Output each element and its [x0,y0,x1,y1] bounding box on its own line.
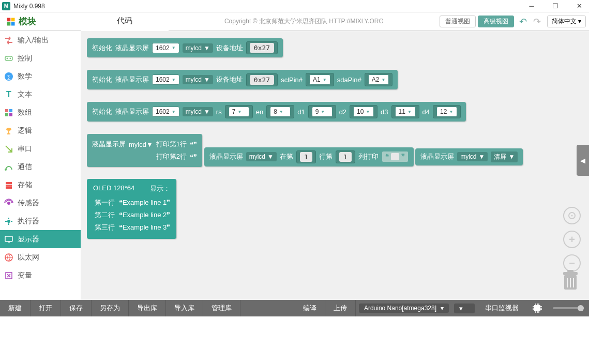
brightness-slider[interactable] [553,307,584,309]
import-button[interactable]: 导入库 [166,300,203,316]
sidebar-item-logic[interactable]: 逻辑 [0,122,81,140]
sidebar-item-storage[interactable]: 存储 [0,176,81,194]
text-icon: T [4,90,13,99]
language-select[interactable]: 简体中文 ▾ [547,16,586,27]
maximize-button[interactable]: ☐ [552,3,559,10]
oled-line3-slot[interactable]: ❝Example line 3❞ [119,223,170,231]
lcd-type-select[interactable]: 1602▼ [152,107,179,117]
line1-slot[interactable]: ❝❞ [190,141,197,148]
sidebar-item-sensor[interactable]: 传感器 [0,194,81,212]
display-icon [4,235,13,244]
sidebar-item-io[interactable]: 输入/输出 [0,31,81,49]
rs-slot[interactable]: 7▼ [225,105,253,118]
lcd-init-i2c-block[interactable]: 初始化 液晶显示屏 1602▼ mylcd▼ 设备地址 0x27 [87,38,283,57]
compile-button[interactable]: 编译 [295,300,325,316]
center-button[interactable] [563,207,581,224]
lcd-name-select[interactable]: mylcd▼ [246,152,277,161]
zoom-in-button[interactable]: + [563,231,581,248]
scl-slot[interactable]: A1▼ [306,73,334,86]
d4-slot[interactable]: 12▼ [433,105,461,118]
sidebar-item-comm[interactable]: 通信 [0,158,81,176]
svg-rect-1 [11,18,15,21]
lcd-name-select[interactable]: mylcd▼ [183,43,213,53]
lcd-type-select[interactable]: 1602▼ [152,74,179,85]
saveas-button[interactable]: 另存为 [92,300,129,316]
chip-icon [531,302,543,314]
sidebar-item-array[interactable]: 数组 [0,103,81,122]
oled-line1-slot[interactable]: ❝Example line 1❞ [119,199,170,206]
close-button[interactable]: ✕ [576,3,583,10]
undo-button[interactable]: ↶ [519,16,527,27]
d3-slot[interactable]: 11▼ [391,105,419,118]
lcd-name-select[interactable]: mylcd▼ [183,107,213,116]
sda-slot[interactable]: A2▼ [365,73,393,86]
redo-button[interactable]: ↷ [533,16,541,27]
lcd-clear-select[interactable]: 清屏▼ [491,151,518,162]
sidebar-item-control[interactable]: 控制 [0,49,81,67]
port-select[interactable]: ▾ [454,304,475,313]
array-icon [4,108,13,117]
address-slot[interactable]: 0x27 [246,73,278,86]
block-label: d3 [381,108,388,116]
app-logo: M [2,2,10,10]
row-slot[interactable]: 1 [296,150,316,163]
svg-point-28 [571,215,573,217]
lcd-clear-block[interactable]: 液晶显示屏 mylcd▼ 清屏▼ [415,148,523,165]
code-tab[interactable]: 代码 [81,12,169,31]
block-label: 初始化 [92,107,112,116]
sidebar-label: 存储 [18,180,32,190]
sidebar-label: 通信 [18,162,32,172]
export-button[interactable]: 导出库 [129,300,166,316]
new-button[interactable]: 新建 [0,300,31,316]
block-label: 液晶显示屏 [115,107,149,116]
sidebar-item-actuator[interactable]: 执行器 [0,212,81,230]
lcd-print-at-block[interactable]: 液晶显示屏 mylcd▼ 在第 1 行第 1 列打印 ❝❞ [204,147,414,166]
save-button[interactable]: 保存 [61,300,92,316]
lcd-init-parallel-block[interactable]: 初始化 液晶显示屏 1602▼ mylcd▼ rs 7▼ en 8▼ d1 9▼… [87,102,466,122]
lcd-type-select[interactable]: 1602▼ [152,43,179,53]
line2-slot[interactable]: ❝❞ [190,153,197,161]
lcd-name-select[interactable]: mylcd▼ [183,75,213,84]
en-slot[interactable]: 8▼ [266,105,294,118]
sidebar-label: 显示器 [18,235,39,244]
board-select[interactable]: Arduino Nano[atmega328]▾ [359,304,449,313]
lcd-name-select[interactable]: mylcd▼ [457,152,488,161]
block-label: 在第 [280,152,293,161]
control-icon [4,54,13,63]
block-canvas[interactable]: 初始化 液晶显示屏 1602▼ mylcd▼ 设备地址 0x27 初始化 液晶显… [81,31,589,300]
lcd-name-select[interactable]: mylcd▼ [129,141,153,148]
upload-button[interactable]: 上传 [325,300,356,316]
sidebar-item-serial[interactable]: 串口 [0,140,81,158]
svg-text:∑: ∑ [7,74,10,80]
svg-rect-24 [8,241,10,242]
sidebar-item-display[interactable]: 显示器 [0,230,81,248]
address-slot[interactable]: 0x27 [246,41,278,54]
sidebar-item-ethernet[interactable]: 以太网 [0,248,81,266]
open-button[interactable]: 打开 [31,300,61,316]
minimize-button[interactable]: ─ [528,3,535,10]
d1-slot[interactable]: 9▼ [308,105,336,118]
text-slot[interactable]: ❝❞ [382,151,409,162]
svg-rect-3 [11,22,15,25]
oled-display-block[interactable]: OLED 128*64显示： 第一行❝Example line 1❞ 第二行❝E… [87,179,176,239]
block-label: 行第 [319,152,333,161]
advanced-view-button[interactable]: 高级视图 [478,16,514,27]
sidebar-item-text[interactable]: T文本 [0,85,81,103]
d2-slot[interactable]: 10▼ [350,105,377,118]
trash-button[interactable] [560,269,581,292]
serial-monitor-button[interactable]: 串口监视器 [477,300,527,316]
side-expand-button[interactable]: ◀ [577,145,589,176]
serial-icon [4,144,13,154]
credit-text: Copyright © 北京师范大学米思齐团队 HTTP://MIXLY.ORG [169,17,440,26]
normal-view-button[interactable]: 普通视图 [440,16,476,27]
lcd-print-2lines-block[interactable]: 液晶显示屏 mylcd▼ 打印第1行 ❝❞ 打印第2行 ❝❞ [87,134,202,167]
manage-button[interactable]: 管理库 [203,300,240,316]
oled-line2-slot[interactable]: ❝Example line 2❞ [119,211,170,219]
sidebar-item-variable[interactable]: 变量 [0,266,81,284]
sidebar-item-math[interactable]: ∑数学 [0,67,81,85]
lcd-init-pins-block[interactable]: 初始化 液晶显示屏 1602▼ mylcd▼ 设备地址 0x27 sclPin#… [87,70,398,89]
block-label: 显示： [150,184,170,193]
block-label: d1 [297,108,305,116]
col-slot[interactable]: 1 [336,150,355,163]
block-label: 液晶显示屏 [92,140,126,149]
